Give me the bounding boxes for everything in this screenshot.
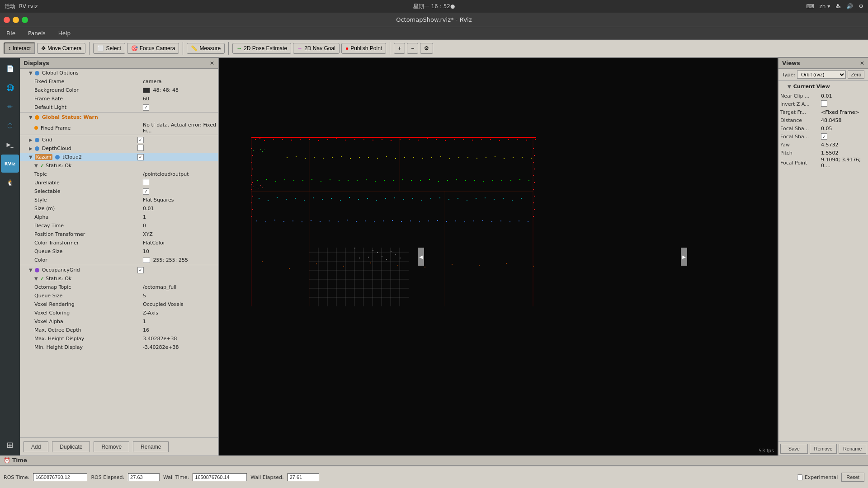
occ-min-height-row[interactable]: Min. Height Display -3.40282e+38: [20, 343, 218, 352]
occ-queue-row[interactable]: Queue Size 5: [20, 291, 218, 300]
pointcloud2-row[interactable]: ▼ Kazam tCloud2: [20, 153, 218, 161]
yaw-value[interactable]: 4.5732: [821, 142, 866, 148]
background-color-value[interactable]: 48; 48; 48: [141, 87, 218, 94]
displays-close-button[interactable]: ✕: [210, 61, 214, 66]
settings-icon[interactable]: ⚙: [859, 3, 863, 9]
occ-max-height-value[interactable]: 3.40282e+38: [141, 335, 218, 342]
grid-expand[interactable]: ▶: [29, 137, 33, 142]
reset-button[interactable]: Reset: [841, 473, 864, 482]
pc2-alpha-row[interactable]: Alpha 1: [20, 213, 218, 221]
pc2-color-swatch[interactable]: [143, 258, 150, 263]
ros-elapsed-input[interactable]: [128, 473, 160, 481]
browser-sidebar-icon[interactable]: 🌐: [1, 79, 19, 97]
app-name[interactable]: RV rviz: [19, 3, 38, 9]
global-status-row[interactable]: ▼ Global Status: Warn: [20, 113, 218, 122]
wall-time-input[interactable]: [193, 473, 247, 481]
menu-help[interactable]: Help: [56, 29, 73, 38]
frame-rate-value[interactable]: 60: [141, 95, 218, 102]
occ-topic-row[interactable]: Octomap Topic /octomap_full: [20, 283, 218, 291]
frame-rate-row[interactable]: Frame Rate 60: [20, 94, 218, 103]
minimize-button[interactable]: [13, 17, 19, 23]
publish-point-button[interactable]: ● Publish Point: [341, 43, 386, 54]
editor-sidebar-icon[interactable]: ✏: [1, 98, 19, 116]
pc2-color-row[interactable]: Color 255; 255; 255: [20, 256, 218, 264]
pc2-unreliable-checkbox[interactable]: [143, 179, 149, 185]
fixed-frame-value[interactable]: camera: [141, 78, 218, 85]
pc2-queue-value[interactable]: 10: [141, 248, 218, 255]
settings-view-button[interactable]: ⚙: [420, 43, 433, 54]
move-camera-button[interactable]: ✥ Move Camera: [37, 43, 85, 54]
occ-max-height-row[interactable]: Max. Height Display 3.40282e+38: [20, 334, 218, 343]
files-sidebar-icon[interactable]: 📄: [1, 60, 19, 78]
global-options-expand[interactable]: ▼: [29, 70, 33, 75]
penguin-sidebar-icon[interactable]: 🐧: [1, 174, 19, 192]
occupancy-expand[interactable]: ▼: [29, 267, 33, 272]
invert-z-checkbox[interactable]: [821, 100, 827, 107]
experimental-checkbox[interactable]: [797, 474, 803, 480]
occ-voxel-coloring-row[interactable]: Voxel Coloring Z-Axis: [20, 309, 218, 317]
duplicate-button[interactable]: Duplicate: [52, 441, 90, 452]
default-light-value[interactable]: [141, 104, 218, 111]
ros-time-input[interactable]: [33, 473, 87, 481]
collapse-left-button[interactable]: ◀: [418, 248, 424, 266]
rviz-sidebar-icon[interactable]: RViz: [1, 155, 19, 173]
pc2-size-row[interactable]: Size (m) 0.01: [20, 204, 218, 213]
fixed-frame-row[interactable]: Fixed Frame camera: [20, 77, 218, 86]
pc2-color-transformer-value[interactable]: FlatColor: [141, 239, 218, 246]
status-fixed-frame-row[interactable]: Fixed Frame No tf data. Actual error: Fi…: [20, 122, 218, 134]
pc2-pos-transformer-row[interactable]: Position Transformer XYZ: [20, 230, 218, 239]
depth-cloud-checkbox[interactable]: [137, 145, 144, 151]
global-status-expand[interactable]: ▼: [29, 115, 33, 120]
depth-cloud-expand[interactable]: ▶: [29, 146, 33, 151]
views-save-button[interactable]: Save: [780, 444, 808, 454]
view-type-select[interactable]: Orbit (rviz): [797, 70, 846, 79]
default-light-checkbox[interactable]: [143, 104, 149, 111]
displays-content[interactable]: ▼ Global Options Fixed Frame camera Back…: [20, 69, 218, 437]
occupancy-grid-row[interactable]: ▼ OccupancyGrid: [20, 266, 218, 274]
remove-button[interactable]: Remove: [94, 441, 129, 452]
pc2-decay-value[interactable]: 0: [141, 222, 218, 229]
occ-octree-depth-row[interactable]: Max. Octree Depth 16: [20, 326, 218, 334]
pc2-size-value[interactable]: 0.01: [141, 205, 218, 212]
pc2-unreliable-row[interactable]: Unreliable: [20, 178, 218, 187]
pitch-value[interactable]: 1.5502: [821, 150, 866, 156]
occ-queue-value[interactable]: 5: [141, 292, 218, 299]
zoom-in-button[interactable]: +: [394, 43, 405, 54]
occ-octree-depth-value[interactable]: 16: [141, 327, 218, 333]
grid-checkbox[interactable]: [137, 137, 144, 143]
add-button[interactable]: Add: [24, 441, 48, 452]
occ-topic-value[interactable]: /octomap_full: [141, 284, 218, 291]
pc2-color-value[interactable]: 255; 255; 255: [141, 257, 218, 263]
depth-cloud-row[interactable]: ▶ DepthCloud: [20, 144, 218, 153]
activities-label[interactable]: 活动: [5, 3, 15, 10]
focal-point-value[interactable]: 9.1094; 3.9176; 0....: [821, 157, 866, 169]
focal-sha1-value[interactable]: 0.05: [821, 126, 866, 131]
pc2-alpha-value[interactable]: 1: [141, 214, 218, 221]
pc2-topic-value[interactable]: /pointcloud/output: [141, 171, 218, 178]
nav-goal-button[interactable]: → 2D Nav Goal: [293, 43, 340, 54]
default-light-row[interactable]: Default Light: [20, 103, 218, 112]
distance-value[interactable]: 48.8458: [821, 117, 866, 123]
current-view-expand[interactable]: ▼: [788, 84, 791, 89]
views-close-button[interactable]: ✕: [860, 61, 864, 66]
views-remove-button[interactable]: Remove: [810, 444, 837, 454]
near-clip-value[interactable]: 0.01: [821, 93, 866, 99]
network-icon[interactable]: 🖧: [835, 3, 841, 9]
occ-voxel-rendering-row[interactable]: Voxel Rendering Occupied Voxels: [20, 300, 218, 309]
views-rename-button[interactable]: Rename: [839, 444, 866, 454]
pc2-color-transformer-row[interactable]: Color Transformer FlatColor: [20, 239, 218, 247]
interact-button[interactable]: ↕ Interact: [4, 42, 35, 54]
close-button[interactable]: [4, 17, 10, 23]
pc2-style-row[interactable]: Style Flat Squares: [20, 196, 218, 204]
menu-file[interactable]: File: [4, 29, 18, 38]
focal-sha2-checkbox[interactable]: [821, 133, 827, 140]
pc2-selectable-checkbox[interactable]: [143, 188, 149, 195]
zero-button[interactable]: Zero: [848, 70, 864, 79]
focus-camera-button[interactable]: 🎯 Focus Camera: [127, 43, 179, 54]
occ-voxel-rendering-value[interactable]: Occupied Voxels: [141, 301, 218, 308]
vscode-sidebar-icon[interactable]: ⬡: [1, 117, 19, 135]
pc2-decay-row[interactable]: Decay Time 0: [20, 221, 218, 230]
language-indicator[interactable]: zh ▾: [819, 3, 830, 9]
wall-elapsed-input[interactable]: [288, 473, 319, 481]
zoom-out-button[interactable]: −: [407, 43, 418, 54]
